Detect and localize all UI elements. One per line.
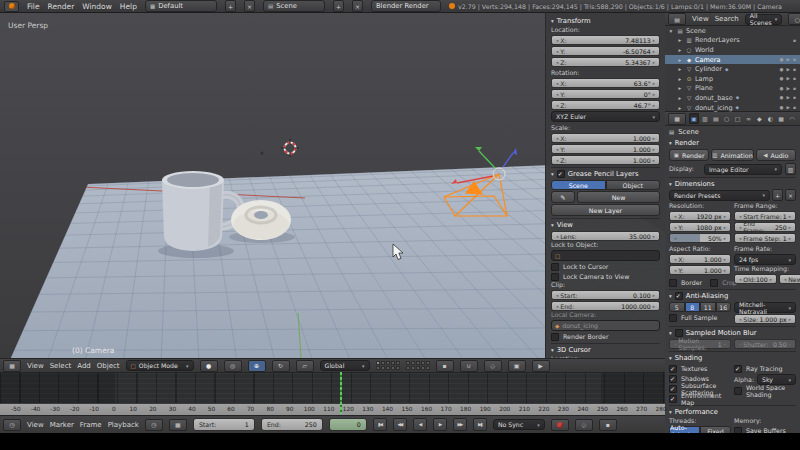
- scale-z-field[interactable]: Z:1.000: [551, 155, 660, 165]
- timeline-strip[interactable]: [0, 372, 665, 404]
- resolution-y-field[interactable]: Y:1080 px: [669, 222, 731, 232]
- lock-to-cursor-checkbox[interactable]: [551, 263, 559, 271]
- manipulator-scale-toggle[interactable]: ▱: [296, 360, 314, 372]
- object-menu[interactable]: Object: [97, 362, 120, 370]
- gp-new-layer-button[interactable]: New Layer: [551, 204, 660, 216]
- snap-element-dropdown[interactable]: ◇: [484, 360, 502, 372]
- menu-help[interactable]: Help: [120, 2, 137, 11]
- sss-checkbox[interactable]: [669, 385, 677, 393]
- tab-render-layers[interactable]: ▥: [700, 113, 710, 124]
- menu-render[interactable]: Render: [48, 2, 75, 11]
- layer-dot[interactable]: [421, 366, 425, 370]
- render-panel-header[interactable]: Render: [669, 138, 796, 148]
- border-checkbox[interactable]: [669, 279, 677, 287]
- delete-layout-button[interactable]: ×: [244, 0, 255, 12]
- selectable-icon[interactable]: ▶: [786, 67, 789, 72]
- previous-keyframe-button[interactable]: ◀◀: [393, 418, 407, 431]
- play-button[interactable]: ▶: [433, 418, 447, 431]
- aa-filter-dropdown[interactable]: Mitchell-Netravali: [734, 302, 796, 313]
- render-icon[interactable]: ▪: [793, 105, 796, 110]
- frame-step-field[interactable]: Frame Step:1: [734, 233, 796, 243]
- editor-type-button[interactable]: ▦: [3, 360, 21, 372]
- tab-world[interactable]: ○: [722, 113, 732, 124]
- layer-dot[interactable]: [376, 361, 380, 365]
- location-y-field[interactable]: Y:-6.50764: [551, 46, 660, 56]
- remap-old-field[interactable]: Old:100: [734, 274, 777, 284]
- selectable-icon[interactable]: ▶: [786, 95, 789, 100]
- timeline-marker-menu[interactable]: Marker: [50, 421, 74, 429]
- select-menu[interactable]: Select: [50, 362, 72, 370]
- layer-dot[interactable]: [411, 366, 415, 370]
- eye-icon[interactable]: ●: [780, 57, 784, 62]
- tab-physics[interactable]: ◠: [787, 113, 797, 124]
- selectable-icon[interactable]: ▶: [786, 105, 789, 110]
- environment-map-row[interactable]: Environment Map: [669, 394, 731, 403]
- outliner-row-donut-icing[interactable]: ▸▽donut_icing◆ ●▶▪: [665, 103, 800, 113]
- layers-widget-left[interactable]: [376, 361, 400, 370]
- outliner-view-menu[interactable]: View: [692, 15, 709, 23]
- layers-widget-right[interactable]: [406, 361, 430, 370]
- layer-dot[interactable]: [391, 366, 395, 370]
- layer-dot[interactable]: [391, 361, 395, 365]
- full-sample-row[interactable]: Full Sample: [669, 313, 731, 322]
- viewport-shading-dropdown[interactable]: ●: [200, 360, 218, 372]
- shadows-checkbox[interactable]: [669, 375, 677, 383]
- end-frame-field[interactable]: End Frame:250: [734, 222, 796, 232]
- add-menu[interactable]: Add: [77, 362, 91, 370]
- layer-dot[interactable]: [396, 366, 400, 370]
- border-row[interactable]: Border: [669, 278, 702, 287]
- keying-filter-button[interactable]: ▦: [169, 419, 187, 431]
- menu-file[interactable]: File: [27, 2, 40, 11]
- grease-pencil-source-toggle[interactable]: Scene Object: [551, 180, 660, 190]
- aa-samples-5[interactable]: 5: [669, 302, 685, 312]
- layer-dot[interactable]: [386, 366, 390, 370]
- 3d-cursor-panel-header[interactable]: 3D Cursor: [551, 345, 660, 355]
- pivot-point-dropdown[interactable]: ◎: [224, 360, 242, 372]
- snap-magnet-toggle[interactable]: ∪: [460, 360, 478, 372]
- render-presets-dropdown[interactable]: Render Presets: [669, 190, 770, 201]
- jump-to-end-button[interactable]: ▶▮: [473, 418, 487, 431]
- render-icon[interactable]: ▪: [793, 86, 796, 91]
- outliner-row-scene[interactable]: ▾▤Scene: [665, 26, 800, 36]
- screen-layout-selector[interactable]: ▦ Default: [145, 0, 217, 12]
- preview-range-toggle[interactable]: ◷: [145, 419, 163, 431]
- crop-row[interactable]: Crop: [710, 278, 737, 287]
- layer-dot[interactable]: [416, 366, 420, 370]
- scale-y-field[interactable]: Y:1.000: [551, 144, 660, 154]
- layer-dot[interactable]: [406, 361, 410, 365]
- render-border-row[interactable]: Render Border: [551, 332, 660, 341]
- motion-blur-checkbox[interactable]: [675, 329, 683, 337]
- layer-dot[interactable]: [376, 366, 380, 370]
- current-frame-field[interactable]: 0: [329, 418, 367, 431]
- eye-icon[interactable]: ●: [780, 95, 784, 100]
- lock-to-scene-toggle[interactable]: ▪: [436, 360, 454, 372]
- audio-button[interactable]: ◀Audio: [756, 149, 796, 161]
- lens-field[interactable]: Lens:35.000: [551, 231, 660, 241]
- performance-panel-header[interactable]: Performance: [669, 407, 796, 417]
- rotation-z-field[interactable]: Z:46.7°: [551, 100, 660, 110]
- outliner-row-plane[interactable]: ▸▽Plane ●▶▪: [665, 84, 800, 94]
- timeline-start-field[interactable]: Start:1: [193, 418, 255, 431]
- timeline-frame-menu[interactable]: Frame: [80, 421, 102, 429]
- save-buffers-row[interactable]: Save Buffers: [734, 426, 796, 433]
- ray-tracing-checkbox[interactable]: [734, 365, 742, 373]
- gp-scene-tab[interactable]: Scene: [551, 180, 606, 190]
- eye-icon[interactable]: ●: [780, 105, 784, 110]
- render-button[interactable]: ▣Render: [669, 149, 709, 161]
- manipulator-rotate-toggle[interactable]: ↻: [272, 360, 290, 372]
- motion-samples-field[interactable]: Motion Samples:1: [669, 339, 731, 349]
- layer-dot[interactable]: [416, 361, 420, 365]
- orientation-dropdown[interactable]: Global: [320, 360, 370, 371]
- local-camera-field[interactable]: ◆donut_icing: [551, 320, 660, 331]
- fixed-button[interactable]: Fixed: [700, 426, 731, 433]
- tab-scene[interactable]: ▤: [711, 113, 721, 124]
- delete-scene-button[interactable]: ×: [352, 0, 363, 12]
- selectable-icon[interactable]: ▶: [786, 76, 789, 81]
- resolution-percentage-slider[interactable]: 50%: [669, 233, 731, 243]
- timeline-view-menu[interactable]: View: [27, 421, 44, 429]
- tab-material[interactable]: ◐: [765, 113, 775, 124]
- gp-draw-icon-button[interactable]: ✎: [551, 191, 575, 203]
- shutter-field[interactable]: Shutter:0.50: [734, 339, 796, 349]
- 3d-viewport[interactable]: User Persp (0) Camera Transform Location…: [0, 13, 666, 372]
- current-frame-playhead[interactable]: [340, 372, 342, 414]
